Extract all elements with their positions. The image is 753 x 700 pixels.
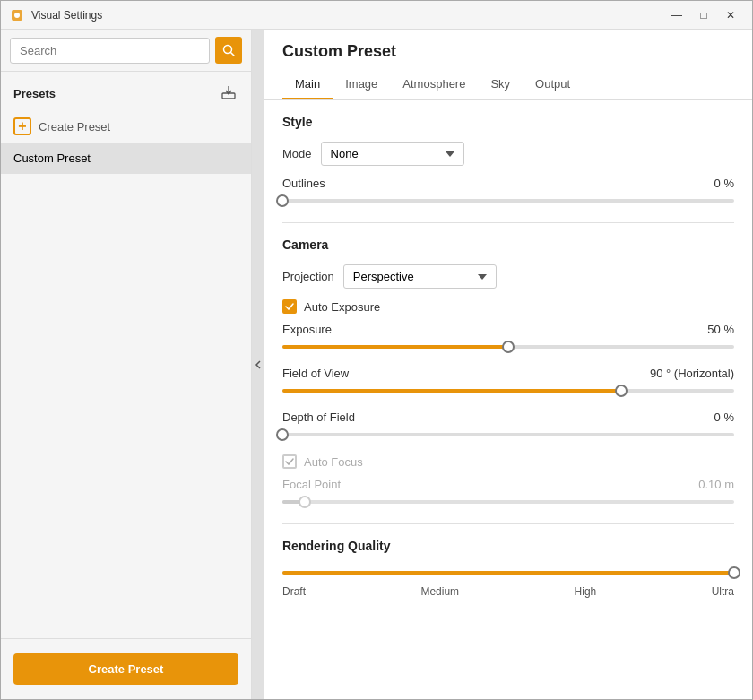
quality-draft: Draft xyxy=(282,585,306,598)
auto-exposure-label: Auto Exposure xyxy=(304,300,380,314)
fov-value: 90 ° (Horizontal) xyxy=(650,367,734,380)
tab-main[interactable]: Main xyxy=(282,70,333,99)
exposure-slider[interactable] xyxy=(282,340,734,354)
collapse-tab[interactable] xyxy=(252,30,264,699)
quality-ultra: Ultra xyxy=(712,585,734,598)
auto-focus-row: Auto Focus xyxy=(282,454,734,469)
focal-point-label: Focal Point xyxy=(282,478,341,491)
custom-preset-label: Custom Preset xyxy=(13,151,91,165)
camera-section-title: Camera xyxy=(282,238,734,252)
window-controls: — □ ✕ xyxy=(664,3,743,28)
projection-select[interactable]: Perspective Orthographic Two Point Persp… xyxy=(343,264,497,289)
fov-slider[interactable] xyxy=(282,384,734,398)
presets-title: Presets xyxy=(13,87,56,100)
svg-point-1 xyxy=(14,13,20,18)
tabs: Main Image Atmosphere Sky Output xyxy=(282,70,734,99)
create-preset-label: Create Preset xyxy=(39,120,110,134)
fov-label: Field of View xyxy=(282,367,349,380)
projection-label: Projection xyxy=(282,270,334,283)
main-layout: Presets + Create Preset Custom Preset xyxy=(1,30,752,699)
outlines-value: 0 % xyxy=(714,177,734,190)
auto-focus-label: Auto Focus xyxy=(304,455,363,469)
mode-select[interactable]: None Wireframe Sketch xyxy=(321,142,464,166)
tab-image[interactable]: Image xyxy=(333,70,390,99)
rendering-quality-title: Rendering Quality xyxy=(282,539,734,553)
auto-exposure-checkbox[interactable] xyxy=(282,299,297,314)
export-button[interactable] xyxy=(219,82,238,105)
auto-focus-checkbox[interactable] xyxy=(282,454,297,469)
maximize-button[interactable]: □ xyxy=(691,3,716,28)
quality-medium: Medium xyxy=(420,585,459,598)
rendering-quality-slider[interactable] xyxy=(282,566,734,580)
content-area: Custom Preset Main Image Atmosphere Sky … xyxy=(264,30,752,699)
sidebar-items: + Create Preset Custom Preset xyxy=(1,110,251,638)
window-title: Visual Settings xyxy=(31,9,664,22)
style-section-title: Style xyxy=(282,115,734,129)
focal-point-value: 0.10 m xyxy=(698,478,734,491)
main-window: Visual Settings — □ ✕ Presets xyxy=(0,0,753,700)
plus-icon: + xyxy=(13,117,31,135)
exposure-value: 50 % xyxy=(707,323,734,336)
auto-exposure-row: Auto Exposure xyxy=(282,299,734,314)
dof-value: 0 % xyxy=(714,410,734,424)
outlines-slider[interactable] xyxy=(282,194,734,208)
dof-row: Depth of Field 0 % xyxy=(282,410,734,442)
fov-row: Field of View 90 ° (Horizontal) xyxy=(282,367,734,398)
title-bar: Visual Settings — □ ✕ xyxy=(1,1,752,30)
quality-labels: Draft Medium High Ultra xyxy=(282,585,734,598)
tab-sky[interactable]: Sky xyxy=(478,70,523,99)
content-title: Custom Preset xyxy=(282,42,734,61)
search-button[interactable] xyxy=(215,37,242,64)
dof-slider[interactable] xyxy=(282,428,734,442)
presets-header: Presets xyxy=(1,72,251,110)
content-header: Custom Preset Main Image Atmosphere Sky … xyxy=(264,30,752,100)
search-bar xyxy=(1,30,251,72)
minimize-button[interactable]: — xyxy=(664,3,689,28)
sidebar: Presets + Create Preset Custom Preset xyxy=(1,30,252,699)
create-preset-item[interactable]: + Create Preset xyxy=(1,110,251,143)
sidebar-bottom: Create Preset xyxy=(1,638,251,699)
app-icon xyxy=(10,8,24,22)
exposure-label: Exposure xyxy=(282,323,332,336)
outlines-label: Outlines xyxy=(282,177,325,190)
focal-point-slider xyxy=(282,495,734,509)
outlines-row: Outlines 0 % xyxy=(282,177,734,208)
mode-label: Mode xyxy=(282,147,312,160)
svg-line-3 xyxy=(231,53,235,56)
projection-row: Projection Perspective Orthographic Two … xyxy=(282,264,734,289)
mode-row: Mode None Wireframe Sketch xyxy=(282,142,734,166)
dof-label: Depth of Field xyxy=(282,410,355,424)
focal-point-row: Focal Point 0.10 m xyxy=(282,478,734,509)
custom-preset-item[interactable]: Custom Preset xyxy=(1,143,251,174)
content-body: Style Mode None Wireframe Sketch Outline… xyxy=(264,100,752,699)
search-input[interactable] xyxy=(10,38,210,64)
exposure-row: Exposure 50 % xyxy=(282,323,734,354)
close-button[interactable]: ✕ xyxy=(718,3,743,28)
quality-high: High xyxy=(575,585,597,598)
tab-atmosphere[interactable]: Atmosphere xyxy=(390,70,478,99)
tab-output[interactable]: Output xyxy=(523,70,583,99)
create-preset-bottom-button[interactable]: Create Preset xyxy=(13,653,238,685)
